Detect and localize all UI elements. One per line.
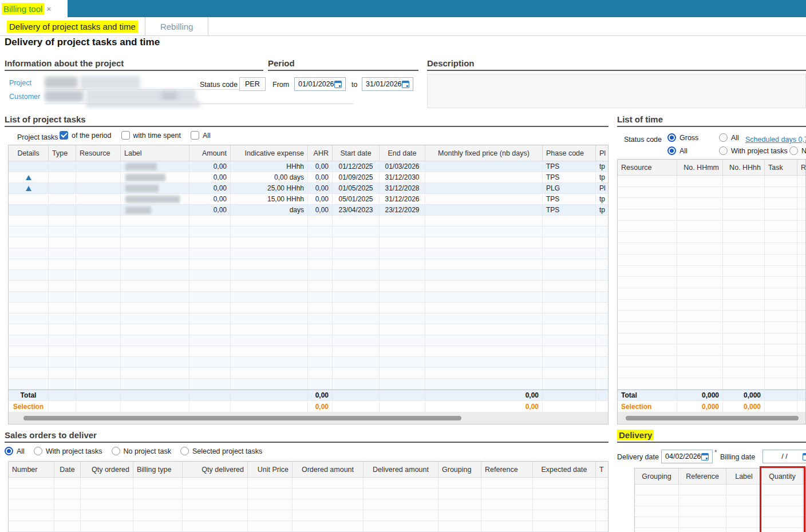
table-row[interactable] [9, 324, 609, 335]
table-row[interactable] [9, 270, 609, 281]
column-header-number[interactable]: Number [9, 462, 54, 477]
column-header-qty-ordered[interactable]: Qty ordered [81, 462, 133, 477]
project-tasks-horizontal-scrollbar[interactable] [8, 412, 609, 424]
table-row[interactable]: 0,00HHhh0,0001/12/202501/03/2026TPStp [9, 161, 609, 172]
table-row[interactable] [618, 255, 806, 266]
scrollbar-thumb[interactable] [23, 416, 461, 420]
status-code-field[interactable]: PER [239, 77, 266, 91]
table-row[interactable] [618, 378, 806, 390]
table-row[interactable] [618, 187, 806, 198]
period-from-input[interactable]: 01/01/2026 [294, 77, 346, 91]
table-row[interactable] [618, 367, 806, 379]
table-row[interactable] [9, 368, 609, 379]
column-header-phase-code[interactable]: Phase code [543, 145, 596, 161]
column-header-grouping[interactable]: Grouping [438, 462, 481, 477]
checkbox-of-the-period[interactable]: of the period [60, 131, 112, 140]
table-row[interactable] [618, 334, 806, 345]
window-tab-billing-tool[interactable]: Billing tool × [0, 0, 68, 17]
column-header-expected-date[interactable]: Expected date [533, 462, 596, 477]
tab-rebilling[interactable]: Rebilling [145, 17, 209, 35]
table-row[interactable] [618, 232, 806, 243]
checkbox-icon-of-the-period[interactable] [60, 131, 68, 140]
table-row[interactable] [9, 313, 609, 324]
column-header-unit-price[interactable]: Unit Price [248, 462, 293, 477]
column-header-type[interactable]: Type [49, 145, 76, 161]
table-row[interactable] [618, 277, 806, 288]
radio-icon-all[interactable] [5, 447, 13, 455]
table-row[interactable] [618, 176, 806, 187]
column-header-monthly-fixed-price-nb-days[interactable]: Monthly fixed price (nb days) [425, 145, 543, 161]
table-row[interactable]: 0,0015,00 HHhh0,0005/01/202531/12/2026TP… [9, 194, 609, 205]
time-horizontal-scrollbar[interactable] [617, 412, 806, 424]
table-row[interactable] [618, 344, 806, 356]
column-header-date[interactable]: Date [54, 462, 81, 477]
radio-icon-with-project-tasks[interactable] [34, 447, 42, 455]
column-header-label[interactable]: Label [121, 145, 189, 161]
column-header-label[interactable]: Label [726, 469, 762, 484]
column-header-rec[interactable]: Rec [797, 160, 806, 175]
column-header-resource[interactable]: Resource [618, 160, 677, 175]
table-row[interactable] [9, 521, 609, 532]
calendar-icon[interactable] [701, 453, 709, 460]
column-header-reference[interactable]: Reference [679, 469, 726, 484]
checkbox-with-time-spent[interactable]: with time spent [121, 131, 181, 140]
table-row[interactable] [9, 292, 609, 303]
table-row[interactable] [618, 221, 806, 232]
column-header-billing-type[interactable]: Billing type [133, 462, 183, 477]
column-header-t[interactable]: T [596, 462, 609, 477]
checkbox-icon-with-time-spent[interactable] [121, 131, 130, 140]
table-row[interactable] [9, 379, 609, 390]
delivery-date-input[interactable]: 04/02/2026 [661, 450, 713, 463]
table-row[interactable] [618, 356, 806, 367]
radio-sales-with-project-tasks[interactable]: With project tasks [34, 447, 102, 455]
table-row[interactable] [618, 198, 806, 209]
table-row[interactable] [9, 237, 609, 248]
column-header-indicative-expense[interactable]: Indicative expense [231, 145, 308, 161]
radio-icon-selected-project-tasks[interactable] [180, 447, 189, 455]
column-header-start-date[interactable]: Start date [333, 145, 380, 161]
table-row[interactable] [618, 311, 806, 322]
alert-triangle-icon[interactable] [26, 186, 31, 191]
radio-all-top[interactable]: All [719, 133, 739, 142]
column-header-pl[interactable]: Pl [596, 145, 609, 161]
table-row[interactable] [9, 227, 609, 237]
column-header-end-date[interactable]: End date [380, 145, 425, 161]
column-header-ordered-amount[interactable]: Ordered amount [293, 462, 364, 477]
column-header-grouping[interactable]: Grouping [635, 469, 679, 484]
table-row[interactable] [618, 300, 806, 311]
radio-no[interactable]: No [789, 146, 806, 155]
table-row[interactable]: 0,000,00 days0,0001/09/202531/12/2030TPS… [9, 172, 609, 183]
table-row[interactable] [9, 478, 609, 489]
column-header-reference[interactable]: Reference [481, 462, 533, 477]
column-header-no-hhhh[interactable]: No. HHhh [723, 160, 765, 175]
table-row[interactable] [618, 288, 806, 300]
table-row[interactable] [9, 335, 609, 346]
table-row[interactable]: 0,0025,00 HHhh0,0001/05/202531/12/2028PL… [9, 183, 609, 194]
radio-icon-no-project-task[interactable] [112, 447, 120, 455]
radio-icon-with-project-tasks[interactable] [719, 146, 728, 155]
table-row[interactable] [9, 281, 609, 292]
column-header-ahr[interactable]: AHR [308, 145, 333, 161]
column-header-delivered-amount[interactable]: Delivered amount [364, 462, 438, 477]
column-header-amount[interactable]: Amount [189, 145, 231, 161]
table-row[interactable] [9, 346, 609, 357]
table-row[interactable] [9, 510, 609, 521]
table-row[interactable] [618, 243, 806, 255]
radio-all-bottom[interactable]: All [667, 146, 688, 155]
radio-icon-all[interactable] [667, 146, 676, 155]
table-row[interactable] [9, 303, 609, 313]
checkbox-all[interactable]: All [191, 131, 211, 140]
tab-delivery-of-project-tasks[interactable]: Delivery of project tasks and time [0, 17, 145, 35]
table-row[interactable] [9, 216, 609, 227]
table-row[interactable] [618, 209, 806, 221]
table-row[interactable] [618, 266, 806, 277]
radio-gross[interactable]: Gross [667, 133, 698, 142]
scrollbar-thumb[interactable] [626, 416, 799, 420]
table-row[interactable] [618, 322, 806, 334]
table-row[interactable]: 0,00days0,0023/04/202323/12/2029TPStp [9, 205, 609, 216]
calendar-icon[interactable] [334, 81, 342, 88]
description-textarea[interactable] [427, 74, 806, 108]
column-header-qty-delivered[interactable]: Qty delivered [183, 462, 248, 477]
calendar-icon[interactable] [402, 81, 409, 88]
table-row[interactable] [9, 357, 609, 368]
